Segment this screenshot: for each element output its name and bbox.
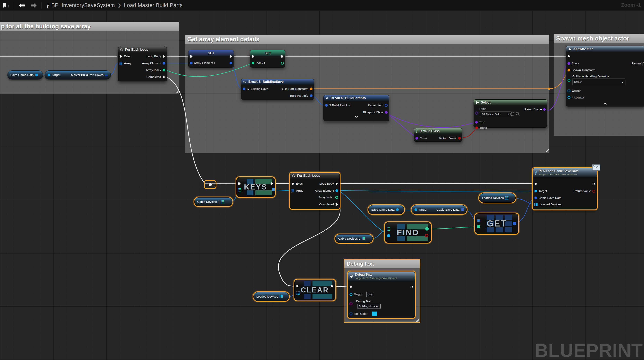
reroute-node[interactable] [204, 180, 216, 189]
exec-pin[interactable] [238, 182, 241, 185]
class-pin[interactable] [416, 137, 418, 140]
node-header[interactable]: For Each Loop [290, 173, 340, 179]
exec-pin[interactable] [252, 55, 254, 58]
found-bool-pin[interactable] [425, 234, 428, 237]
collapse-chevron-icon[interactable] [566, 102, 644, 106]
exec-pin[interactable] [568, 55, 570, 58]
node-header[interactable]: Break S_BuildingSave [241, 79, 314, 85]
node-is-valid-class[interactable]: ƒ Is Valid Class Class Return Value [414, 128, 462, 142]
exec-out-pin[interactable] [281, 55, 284, 58]
exec-pin[interactable] [296, 285, 299, 288]
comment-resize-handle[interactable] [175, 90, 178, 93]
cable-save-data-pin[interactable] [534, 197, 537, 199]
return-value-pin[interactable] [458, 137, 461, 140]
target-pin[interactable] [350, 293, 352, 296]
value-out-pin[interactable] [281, 62, 284, 65]
node-header[interactable]: SpawnActor [566, 46, 644, 52]
instigator-pin[interactable] [568, 96, 570, 99]
array-pin-icon[interactable] [120, 62, 120, 63]
exec-out-pin[interactable] [592, 182, 595, 185]
completed-pin[interactable] [335, 203, 338, 206]
true-pin[interactable] [475, 121, 478, 124]
map-pin-icon[interactable] [505, 196, 508, 199]
value-out-pin[interactable] [425, 227, 429, 231]
exec-pin[interactable] [120, 55, 122, 58]
index-pin[interactable] [475, 126, 478, 129]
text-color-swatch[interactable] [372, 311, 377, 316]
node-map-keys[interactable]: KEYS [236, 177, 275, 197]
exec-out-pin[interactable] [330, 285, 334, 288]
map-pin-icon[interactable] [296, 291, 300, 295]
target-pin[interactable] [414, 208, 417, 211]
return-value-pin[interactable] [543, 108, 546, 111]
search-icon[interactable] [516, 112, 520, 117]
array-element-pin[interactable] [162, 62, 165, 65]
completed-pin[interactable] [162, 76, 165, 79]
value-pin[interactable] [190, 62, 192, 64]
node-header[interactable]: Break S_BuildPartInfo [324, 95, 389, 101]
target-pin[interactable] [534, 190, 537, 192]
comment-resize-handle[interactable] [416, 318, 419, 322]
spawn-transform-pin[interactable] [568, 69, 570, 72]
exec-pin[interactable] [350, 285, 352, 288]
false-pin[interactable] [475, 111, 479, 115]
collision-pin[interactable] [568, 79, 570, 82]
struct-pin[interactable] [325, 104, 328, 107]
comment-header[interactable]: Get array element details [185, 35, 549, 44]
repair-item-pin[interactable] [385, 104, 388, 107]
expand-chevron-icon[interactable] [324, 115, 389, 119]
class-pin[interactable] [385, 111, 388, 114]
node-header[interactable]: Debug Text Target is BP Inventory Save S… [348, 272, 415, 281]
exec-out-pin[interactable] [270, 182, 273, 185]
var-loaded-devices-1[interactable]: Loaded Devices [479, 193, 516, 203]
object-pin[interactable] [396, 208, 399, 211]
value-pin[interactable] [252, 62, 254, 64]
node-array-clear[interactable]: CLEAR [294, 279, 336, 300]
map-pin-icon[interactable] [221, 200, 224, 203]
reroute-dot[interactable] [209, 183, 212, 186]
node-header[interactable]: ƒ PES Load Cable Save Data Target is BP … [533, 168, 597, 177]
node-break-building-save[interactable]: Break S_BuildingSave S Building Save Bui… [241, 79, 314, 100]
struct-out-pin[interactable] [310, 94, 312, 97]
node-header[interactable]: Select [474, 100, 547, 105]
loop-body-pin[interactable] [335, 182, 338, 185]
comment-header[interactable]: Debug text [344, 260, 420, 268]
wire-exec-completed2[interactable] [278, 204, 340, 286]
back-button[interactable] [16, 0, 28, 11]
browse-back-icon[interactable] [510, 112, 514, 117]
loaded-devices-pin-icon[interactable] [534, 203, 538, 206]
node-select[interactable]: Select False BP Master Build∨ True Index… [474, 100, 547, 128]
array-pin-icon[interactable] [461, 208, 462, 209]
array-element-pin[interactable] [336, 189, 338, 192]
node-header[interactable]: ƒ Is Valid Class [414, 128, 462, 134]
value-out-pin[interactable] [230, 62, 232, 64]
node-spawn-actor[interactable]: SpawnActor Class Return V Spawn Transfor… [566, 46, 644, 107]
wire-find-to-get-index[interactable] [426, 227, 479, 229]
exec-out-pin[interactable] [410, 285, 413, 288]
var-loaded-devices-2[interactable]: Loaded Devices [254, 292, 289, 301]
var-cable-save-data-get[interactable]: Target Cable Save Data [412, 205, 467, 214]
element-out-pin[interactable] [513, 222, 516, 225]
exec-pin[interactable] [190, 55, 193, 58]
node-set-array-element[interactable]: SET Array Element L [188, 50, 234, 68]
wire-element2-to-pes-target[interactable] [339, 190, 536, 191]
array-index-pin[interactable] [162, 69, 165, 72]
exec-out-pin[interactable] [229, 55, 232, 58]
comment-get-array-details[interactable]: Get array element details [185, 35, 550, 153]
var-cable-devices-2[interactable]: Cable Devices L [335, 234, 373, 243]
forward-button[interactable] [28, 0, 40, 11]
owner-pin[interactable] [568, 90, 570, 92]
key-pin[interactable] [387, 234, 390, 237]
index-pin[interactable] [477, 225, 480, 228]
var-save-game-data-2[interactable]: Save Game Data [368, 205, 404, 214]
target-self-box[interactable]: self [366, 292, 373, 297]
exec-pin[interactable] [292, 182, 294, 185]
exec-pin[interactable] [534, 182, 537, 185]
debug-text-input[interactable]: Buildings Loaded [358, 304, 380, 309]
array-pin-icon[interactable] [292, 189, 292, 190]
blueprint-graph-canvas[interactable]: BLUEPRINT p for all the building save ar… [0, 0, 644, 360]
node-for-each-loop-1[interactable]: For Each Loop Exec Array Loop Body Array… [118, 47, 167, 82]
comment-header[interactable]: p for all the building save array [0, 22, 179, 31]
node-map-find[interactable]: FIND [385, 222, 431, 243]
struct-pin[interactable] [243, 88, 246, 90]
